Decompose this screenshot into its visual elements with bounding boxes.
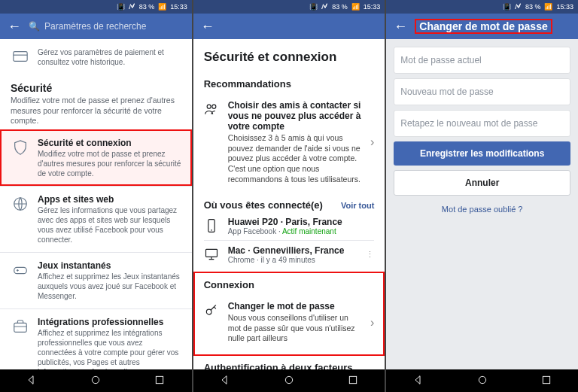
chevron-right-icon: › — [370, 135, 374, 149]
row-title: Jeux instantanés — [38, 260, 181, 271]
nav-home[interactable] — [283, 374, 295, 388]
battery-percent: 83 % — [139, 3, 155, 11]
svg-rect-2 — [14, 267, 27, 273]
content-area: Sécurité et connexion Recommandations Ch… — [193, 39, 385, 369]
security-sub: Modifiez votre mot de passe et prenez d'… — [11, 96, 181, 126]
page-title: Changer de mot de passe — [415, 19, 552, 34]
app-bar: ← — [193, 14, 385, 39]
forgot-password-link[interactable]: Mot de passe oublié ? — [394, 205, 570, 214]
nav-home[interactable] — [476, 374, 488, 388]
device-row[interactable]: Mac · Gennevilliers, FranceChrome · il y… — [193, 241, 385, 269]
status-bar: 📳 🗲 83 % 📶 15:33 — [0, 0, 192, 14]
apps-websites-row[interactable]: Apps et sites webGérez les informations … — [0, 186, 192, 252]
recommendations-header: Recommandations — [193, 71, 385, 94]
android-nav — [0, 369, 192, 392]
search-field[interactable]: 🔍 Paramètres de recherche — [29, 21, 184, 32]
row-title: Choisir des amis à contacter si vous ne … — [228, 100, 363, 132]
new-password-input[interactable]: Nouveau mot de passe — [394, 78, 570, 105]
nav-back[interactable] — [219, 374, 231, 388]
svg-rect-3 — [14, 323, 27, 332]
trusted-contacts-row[interactable]: Choisir des amis à contacter si vous ne … — [193, 94, 385, 192]
row-sub: Affichez et supprimez les Jeux instantan… — [38, 272, 181, 301]
security-and-login-row[interactable]: Sécurité et connexionModifiez votre mot … — [0, 129, 192, 186]
save-button[interactable]: Enregistrer les modifications — [394, 141, 570, 166]
svg-rect-0 — [14, 52, 27, 62]
key-icon — [204, 301, 221, 319]
nav-home[interactable] — [90, 374, 102, 388]
row-sub: Affichez et supprimez les intégrations p… — [38, 328, 181, 369]
more-icon[interactable]: ⋮ — [366, 250, 374, 260]
nav-recent[interactable] — [540, 374, 552, 388]
svg-rect-12 — [349, 376, 356, 383]
device-name: Huawei P20 · Paris, France — [228, 217, 375, 227]
security-header: Sécurité Modifiez votre mot de passe et … — [0, 74, 192, 129]
row-title: Sécurité et connexion — [38, 138, 181, 148]
security-title: Sécurité — [11, 82, 181, 94]
signal-icon: 📶 — [544, 3, 552, 11]
page-title: Sécurité et connexion — [193, 39, 385, 71]
svg-rect-14 — [543, 376, 549, 383]
nav-recent[interactable] — [347, 374, 359, 388]
svg-point-7 — [212, 105, 216, 108]
instant-games-row[interactable]: Jeux instantanésAffichez et supprimez le… — [0, 252, 192, 308]
change-password-row[interactable]: Changer le mot de passeNous vous conseil… — [193, 295, 385, 351]
row-title: Changer le mot de passe — [228, 301, 363, 311]
content-area: Mot de passe actuel Nouveau mot de passe… — [386, 39, 578, 369]
back-button[interactable]: ← — [394, 19, 407, 35]
back-button[interactable]: ← — [8, 19, 21, 35]
section-title: Où vous êtes connecté(e) — [204, 199, 323, 211]
svg-point-11 — [285, 376, 292, 383]
where-logged-in-header: Où vous êtes connecté(e) Voir tout — [193, 192, 385, 214]
payment-row[interactable]: Gérez vos paramètres de paiement et cons… — [0, 39, 192, 74]
svg-point-4 — [93, 376, 99, 383]
svg-point-6 — [207, 105, 211, 108]
current-password-input[interactable]: Mot de passe actuel — [394, 47, 570, 74]
signal-icon: 📶 — [351, 3, 360, 11]
row-sub: Gérez les informations que vous partagez… — [38, 205, 181, 245]
nav-back[interactable] — [26, 374, 38, 388]
screen-settings: 📳 🗲 83 % 📶 15:33 ← 🔍 Paramètres de reche… — [0, 0, 192, 392]
vibrate-icon: 📳 — [117, 3, 125, 11]
device-sub: App Facebook · Actif maintenant — [228, 227, 375, 236]
battery-icon: 🗲 — [129, 3, 135, 11]
app-bar: ← Changer de mot de passe — [386, 14, 578, 39]
status-bar: 📳 🗲 83 % 📶 15:33 — [386, 0, 578, 14]
row-sub: Choisissez 3 à 5 amis à qui vous pouvez … — [228, 133, 363, 184]
svg-point-10 — [206, 309, 211, 315]
device-name: Mac · Gennevilliers, France — [228, 245, 359, 256]
cancel-button[interactable]: Annuler — [394, 170, 570, 196]
see-all-link[interactable]: Voir tout — [341, 201, 374, 210]
status-time: 15:33 — [364, 3, 381, 11]
desktop-icon — [204, 245, 221, 263]
row-sub: Nous vous conseillons d'utiliser un mot … — [228, 313, 363, 344]
globe-icon — [11, 194, 30, 212]
gamepad-icon — [11, 260, 30, 278]
android-nav — [386, 369, 578, 392]
nav-back[interactable] — [412, 374, 424, 388]
device-row[interactable]: Huawei P20 · Paris, FranceApp Facebook ·… — [193, 214, 385, 240]
battery-icon: 🗲 — [321, 3, 328, 11]
svg-rect-5 — [157, 376, 163, 383]
connexion-section: Connexion Changer le mot de passeNous vo… — [193, 272, 385, 356]
payment-sub: Gérez vos paramètres de paiement et cons… — [38, 47, 181, 67]
business-integrations-row[interactable]: Intégrations professionnellesAffichez et… — [0, 308, 192, 369]
device-sub: Chrome · il y a 49 minutes — [228, 256, 359, 264]
battery-percent: 83 % — [332, 3, 348, 11]
nav-recent[interactable] — [154, 374, 166, 388]
status-time: 15:33 — [556, 3, 573, 11]
search-icon: 🔍 — [29, 21, 40, 32]
chevron-right-icon: › — [370, 316, 374, 330]
svg-rect-9 — [205, 250, 217, 257]
payment-icon — [11, 47, 30, 65]
back-button[interactable]: ← — [201, 19, 214, 35]
retype-password-input[interactable]: Retapez le nouveau mot de passe — [394, 110, 570, 137]
vibrate-icon: 📳 — [503, 3, 511, 11]
battery-icon: 🗲 — [515, 3, 522, 11]
twofa-header: Authentification à deux facteurs — [193, 356, 385, 369]
briefcase-icon — [11, 317, 30, 335]
friends-icon — [204, 100, 221, 118]
row-title: Intégrations professionnelles — [38, 317, 181, 327]
svg-point-13 — [479, 376, 485, 383]
row-title: Apps et sites web — [38, 194, 181, 205]
status-bar: 📳 🗲 83 % 📶 15:33 — [193, 0, 385, 14]
